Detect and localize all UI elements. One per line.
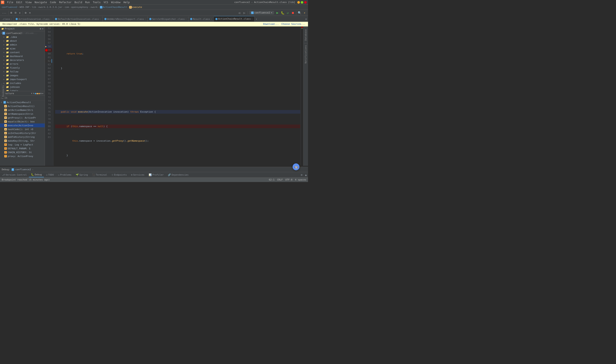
tab-actioninvocation[interactable]: ActionInvocation.class ✕ bbox=[14, 16, 53, 22]
struct-item-makekey[interactable]: m makeKey(String, Str bbox=[0, 139, 45, 143]
tab-servletdispatcher[interactable]: ServletDispatcher.class ✕ bbox=[148, 16, 189, 22]
btab-spring[interactable]: 🌱 Spring bbox=[74, 172, 90, 177]
code-content[interactable]: return true; } public void execute(Actio… bbox=[54, 26, 300, 166]
encoding[interactable]: UTF-8 bbox=[285, 178, 292, 181]
tree-item-fixonly[interactable]: ▶ 📁 fixonly bbox=[0, 66, 45, 70]
menu-refactor[interactable]: Refactor bbox=[57, 0, 73, 4]
debug-run-btn[interactable]: 🐛 bbox=[280, 10, 285, 15]
breadcrumb-opensymphony[interactable]: opensymphony bbox=[71, 6, 88, 9]
menu-navigate[interactable]: Navigate bbox=[33, 0, 49, 4]
breadcrumb-project[interactable]: confluence2 bbox=[2, 6, 17, 9]
bottom-settings-btn[interactable]: ⚙ bbox=[300, 172, 304, 177]
struct-item-hashcode[interactable]: m hashCode(): int ↑O bbox=[0, 127, 45, 131]
breadcrumb-xwork[interactable]: xwork bbox=[91, 6, 97, 9]
debug-session-close[interactable]: ✕ bbox=[32, 169, 33, 171]
tree-item-idea[interactable]: ▶ 📁 .idea bbox=[0, 35, 45, 39]
sort-btn[interactable]: ↕ bbox=[18, 11, 22, 15]
tab-defaultactioninvocation[interactable]: DefaultActionInvocation.class ✕ bbox=[53, 16, 102, 22]
rerun-btn[interactable]: ↺ bbox=[285, 10, 290, 15]
struct-close-btn[interactable]: ✕ bbox=[42, 92, 43, 95]
tree-item-johnson[interactable]: ▶ 📁 johnson bbox=[0, 85, 45, 89]
menu-file[interactable]: File bbox=[6, 0, 15, 4]
struct-settings-btn[interactable]: ⚙ bbox=[40, 92, 42, 95]
bookmarks-tab[interactable]: Bookmarks bbox=[1, 84, 5, 98]
struct-fields-btn[interactable]: ● bbox=[38, 92, 40, 95]
struct-item-getproxy[interactable]: m getProxy(): ActionPr bbox=[0, 116, 45, 120]
line-ending[interactable]: CRLF bbox=[277, 178, 283, 181]
database-tab[interactable]: Database bbox=[304, 27, 308, 42]
tab-wwr-close[interactable]: ✕ bbox=[145, 18, 146, 20]
tree-item-includes[interactable]: ▶ 📁 includes bbox=[0, 81, 45, 85]
btab-services[interactable]: ⚙ Services bbox=[129, 172, 147, 177]
ai-assistant-button[interactable]: 🤖 bbox=[293, 163, 300, 170]
struct-item-setactionname[interactable]: m setActionName(Stri bbox=[0, 108, 45, 112]
project-settings-btn[interactable]: ⚙ bbox=[40, 27, 41, 30]
project-view-btn[interactable]: ... bbox=[1, 11, 8, 14]
menu-view[interactable]: View bbox=[24, 0, 33, 4]
maximize-btn[interactable] bbox=[301, 1, 303, 4]
settings-btn[interactable]: ⚙ bbox=[24, 11, 28, 15]
tree-item-decorators[interactable]: ▶ 📁 decorators bbox=[0, 58, 45, 62]
tree-item-ajax[interactable]: ▶ 📁 ajax bbox=[0, 47, 45, 51]
tree-item-admin[interactable]: ▶ 📁 admin bbox=[0, 43, 45, 47]
back-btn[interactable]: ◁ bbox=[237, 10, 242, 15]
menu-run[interactable]: Run bbox=[84, 0, 91, 4]
struct-item-setnamespace[interactable]: m setNamespace(Strin bbox=[0, 112, 45, 116]
run-config-dropdown[interactable]: C confluence2 ▾ bbox=[249, 11, 274, 14]
search-btn[interactable]: 🔍 bbox=[297, 10, 302, 15]
struct-item-addtohistory[interactable]: m addToHistory(String bbox=[0, 135, 45, 139]
minimize-btn[interactable] bbox=[297, 1, 300, 4]
tab-actionchainresult[interactable]: ActionChainResult.class ✕ bbox=[214, 16, 255, 22]
notifications-tab[interactable]: Notifications bbox=[304, 43, 308, 65]
btab-todo[interactable]: ☑ TODO bbox=[44, 172, 56, 177]
cursor-position[interactable]: 62:1 bbox=[269, 178, 275, 181]
tree-item-labels[interactable]: ▶ 📁 labels bbox=[0, 89, 45, 91]
menu-edit[interactable]: Edit bbox=[15, 0, 24, 4]
tab-result[interactable]: Result.class ✕ bbox=[189, 16, 214, 22]
tab-class[interactable]: .class ✕ bbox=[0, 16, 14, 22]
tab-sd-close[interactable]: ✕ bbox=[185, 18, 187, 20]
stop-btn[interactable]: ⏹ bbox=[290, 10, 295, 15]
btab-profiler[interactable]: 📊 Profiler bbox=[147, 172, 166, 177]
menu-tools[interactable]: Tools bbox=[91, 0, 102, 4]
tab-dai-close[interactable]: ✕ bbox=[99, 18, 100, 20]
breadcrumb-method[interactable]: execute bbox=[132, 6, 142, 9]
breadcrumb-lib[interactable]: lib bbox=[32, 6, 36, 9]
choose-sources-link[interactable]: Choose Sources... bbox=[281, 23, 305, 26]
power-btn[interactable]: ⚡ bbox=[302, 10, 307, 15]
tabs-more-btn[interactable]: ▾ bbox=[255, 16, 259, 22]
tree-item-content[interactable]: ▶ 📁 content bbox=[0, 51, 45, 54]
tab-acr-close[interactable]: ✕ bbox=[251, 18, 252, 20]
menu-vcs[interactable]: VCS bbox=[102, 0, 110, 4]
tree-item-importexport[interactable]: ▶ 📁 importexport bbox=[0, 77, 45, 81]
code-scroll-area[interactable]: 53 54 55 56 57 58 ▶ 59 60 61 62 bbox=[45, 26, 303, 166]
struct-root[interactable]: ▼ C ActionChainResult bbox=[0, 100, 45, 104]
tree-item-images[interactable]: ▶ 📁 images bbox=[0, 74, 45, 77]
struct-props-btn[interactable]: ● bbox=[37, 92, 38, 95]
struct-item-equals[interactable]: m equals(Object): boo bbox=[0, 120, 45, 123]
project-close-btn[interactable]: ✕ bbox=[42, 27, 43, 30]
run-btn[interactable]: ▶ bbox=[275, 10, 280, 15]
struct-item-chainhistory[interactable]: f CHAIN_HISTORY: St bbox=[0, 150, 45, 154]
tab-webworkresult[interactable]: WebWorkResultSupport.class ✕ bbox=[103, 16, 148, 22]
indent-info[interactable]: 4 spaces bbox=[295, 178, 306, 181]
tab-result-close[interactable]: ✕ bbox=[211, 18, 212, 20]
btab-endpoints[interactable]: ⊹ Endpoints bbox=[109, 172, 129, 177]
tree-root[interactable]: ▼ C confluence2 E:\03code... bbox=[0, 31, 45, 35]
tab-class-close[interactable]: ✕ bbox=[11, 18, 12, 20]
struct-item-proxy[interactable]: f proxy: ActionProxy bbox=[0, 154, 45, 158]
tree-item-follow[interactable]: ▶ 📁 follow bbox=[0, 70, 45, 74]
tab-ai-close[interactable]: ✕ bbox=[50, 18, 51, 20]
struct-item-execute[interactable]: m execute(ActionInvo bbox=[0, 123, 45, 127]
struct-item-isinchainhistory[interactable]: m isInChainHistory(Str bbox=[0, 131, 45, 135]
tree-item-errors[interactable]: ▶ 📁 errors bbox=[0, 62, 45, 66]
debug-session-name[interactable]: confluence2 bbox=[15, 168, 31, 171]
struct-sort-desc[interactable]: ⬇ bbox=[33, 92, 34, 95]
expand-all-btn[interactable]: ⊞ bbox=[9, 11, 14, 15]
breadcrumb-jar[interactable]: xwork-1.0.3.6.jar bbox=[38, 6, 62, 9]
forward-btn[interactable]: ▷ bbox=[242, 10, 247, 15]
tree-item-about[interactable]: ▶ 📁 about bbox=[0, 39, 45, 43]
tree-item-dashboard[interactable]: ▶ 📁 dashboard bbox=[0, 54, 45, 58]
collapse-all-btn[interactable]: ⊟ bbox=[14, 11, 18, 15]
close-panel-btn[interactable]: ✕ bbox=[28, 11, 32, 15]
